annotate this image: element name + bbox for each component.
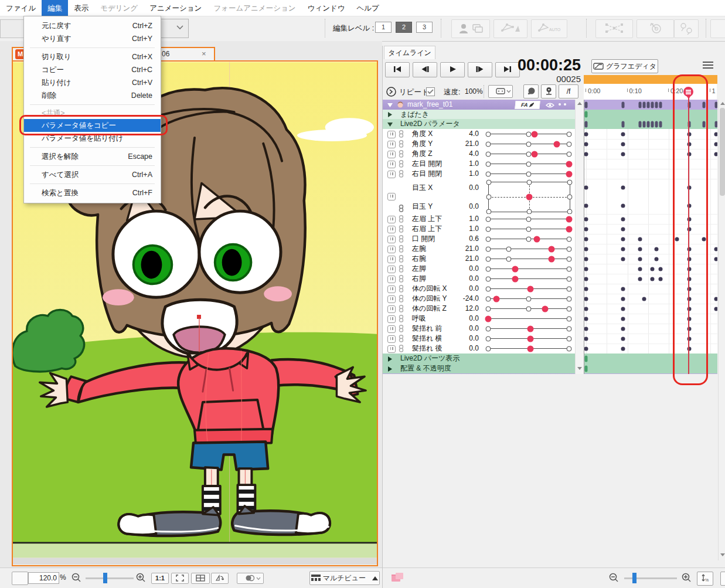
edit-level-button-2[interactable]: 2: [396, 22, 412, 33]
param-toggle-icon[interactable]: [387, 171, 396, 178]
track-background-keyframes[interactable]: [584, 373, 717, 374]
link-icon[interactable]: [399, 345, 404, 352]
menubar-item[interactable]: ファイル: [0, 0, 42, 16]
param-toggle-icon[interactable]: [387, 236, 396, 243]
param-toggle-icon[interactable]: [387, 216, 396, 223]
link-icon[interactable]: [399, 295, 404, 303]
track-background[interactable]: background: [383, 373, 575, 374]
param-row[interactable]: 体の回転 Z12.0: [383, 304, 575, 314]
slider-value-dot[interactable]: [533, 236, 540, 242]
scene-folder-icon[interactable]: [391, 572, 404, 583]
group-live2d-parameters[interactable]: Live2D パラメータ: [383, 119, 575, 129]
group-blink[interactable]: まばたき: [383, 110, 575, 119]
mesh-pen-button[interactable]: [493, 19, 527, 38]
keyframe-dot[interactable]: [584, 327, 588, 331]
slider-value-dot[interactable]: [512, 276, 518, 282]
slider-value-dot[interactable]: [531, 151, 537, 157]
track-options[interactable]: [559, 100, 569, 110]
param-row[interactable]: 髪揺れ 後0.0: [383, 344, 575, 354]
tab-close-icon[interactable]: ×: [202, 49, 206, 58]
keyframe-dot[interactable]: [621, 152, 625, 156]
keyframe-dot[interactable]: [621, 247, 625, 251]
menubar-item[interactable]: ウィンドウ: [302, 0, 351, 16]
playhead-handle[interactable]: [683, 87, 693, 97]
keyframe-dot[interactable]: [584, 142, 588, 146]
play-button[interactable]: [440, 62, 465, 77]
menu-item[interactable]: 検索と置換Ctrl+F: [24, 186, 161, 199]
step-forward-button[interactable]: [468, 62, 492, 77]
link-icon-wrap[interactable]: [399, 150, 404, 160]
param-row[interactable]: 髪揺れ 前0.0: [383, 324, 575, 334]
param-row-keyframes[interactable]: [584, 139, 717, 149]
menu-item[interactable]: すべて選択Ctrl+A: [24, 168, 161, 181]
param-row-keyframes[interactable]: [584, 324, 717, 334]
keyframe-dot[interactable]: [584, 186, 588, 190]
edit-level-button-3[interactable]: 3: [416, 22, 433, 33]
keyframe-dot[interactable]: [622, 101, 625, 108]
keyframe-dot[interactable]: [584, 267, 588, 271]
slider-value-dot[interactable]: [531, 131, 537, 137]
keyframe-scrollbar[interactable]: [718, 100, 725, 560]
keyframe-dot[interactable]: [584, 227, 588, 231]
link-icon[interactable]: [399, 275, 404, 283]
mesh-auto-button[interactable]: AUTO: [531, 19, 567, 38]
param-slider[interactable]: [488, 334, 569, 344]
param-row-keyframes[interactable]: [584, 244, 717, 254]
slider-value-dot[interactable]: [566, 216, 573, 222]
param-toggle-icon[interactable]: [387, 325, 396, 333]
slider-value-dot[interactable]: [512, 266, 518, 272]
param-slider[interactable]: [488, 129, 569, 139]
param-row-keyframes[interactable]: [584, 284, 717, 294]
keyframe-dot[interactable]: [584, 297, 588, 301]
menu-item[interactable]: 貼り付けCtrl+V: [24, 76, 161, 89]
slider-value-dot[interactable]: [527, 345, 533, 352]
playhead-line[interactable]: [688, 97, 689, 374]
group-1[interactable]: 配置 & 不透明度: [383, 363, 575, 373]
keyframe-dot[interactable]: [638, 101, 641, 108]
link-icon[interactable]: [399, 325, 404, 332]
onion-skin-button[interactable]: [488, 85, 513, 98]
link-icon-wrap[interactable]: [399, 305, 404, 315]
param-toggle-icon[interactable]: [387, 161, 396, 168]
repeat-checkbox[interactable]: [426, 87, 435, 96]
param-row-keyframes[interactable]: [584, 294, 717, 304]
keyframe-dot[interactable]: [621, 287, 625, 291]
slider-value-dot[interactable]: [542, 305, 548, 312]
eraser-button[interactable]: [523, 84, 539, 98]
keyframe-dot[interactable]: [621, 237, 625, 241]
link-icon-wrap[interactable]: [399, 130, 404, 140]
param-slider[interactable]: [488, 344, 569, 354]
menu-item[interactable]: 削除Delete: [24, 89, 161, 102]
link-icon[interactable]: [399, 315, 404, 322]
menu-item[interactable]: パラメータ値を貼り付け: [24, 132, 161, 145]
keyframe-dot[interactable]: [702, 237, 706, 241]
param-slider[interactable]: [488, 274, 569, 284]
group-0-keyframes[interactable]: [584, 354, 717, 363]
link-icon-wrap[interactable]: [399, 170, 404, 180]
param-row[interactable]: 角度 Z4.0: [383, 149, 575, 159]
keyframe-dot[interactable]: [621, 186, 625, 190]
keyframe-dot[interactable]: [584, 132, 588, 136]
keyframe-dot[interactable]: [638, 247, 642, 251]
pad-value-dot[interactable]: [526, 194, 533, 200]
param-toggle-icon[interactable]: [387, 151, 396, 158]
menubar-item[interactable]: アニメーション: [144, 0, 207, 16]
link-icon[interactable]: [399, 130, 404, 138]
param-row[interactable]: 体の回転 X0.0: [383, 284, 575, 294]
link-icon-wrap[interactable]: [399, 345, 404, 355]
menubar-item[interactable]: 表示: [68, 0, 94, 16]
group-1-keyframes[interactable]: [584, 363, 717, 373]
param-2d-pad[interactable]: [488, 182, 570, 212]
keyframe-dot[interactable]: [622, 121, 625, 127]
background-color-swatch[interactable]: [12, 572, 28, 585]
keyframe-dot[interactable]: [584, 346, 588, 351]
keyframe-dot[interactable]: [642, 121, 645, 127]
keyframe-dot[interactable]: [646, 101, 649, 108]
track-options[interactable]: [559, 373, 569, 374]
keyframe-dot[interactable]: [702, 121, 705, 127]
clipped-button[interactable]: [720, 572, 725, 586]
link-icon-wrap[interactable]: [399, 325, 404, 335]
link-icon-wrap[interactable]: [399, 160, 404, 170]
menu-item[interactable]: 選択を解除Escape: [24, 150, 161, 163]
rotate-deformer-button[interactable]: [636, 19, 674, 38]
